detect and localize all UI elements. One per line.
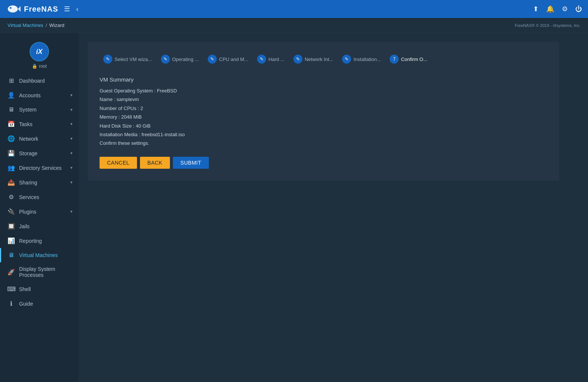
sidebar-item-shell[interactable]: ⌨ Shell — [0, 282, 79, 296]
sidebar-label-services: Services — [19, 194, 73, 200]
username: 🔒 root — [32, 64, 47, 69]
avatar: iX — [30, 42, 49, 61]
sidebar-item-system[interactable]: 🖥 System ▾ — [0, 103, 79, 117]
back-button[interactable]: BACK — [140, 157, 170, 169]
topbar-left: FreeNAS ☰ ‹ — [6, 1, 78, 16]
step-label-1: Select VM wiza... — [115, 56, 152, 62]
sidebar-label-network: Network — [19, 136, 67, 142]
sidebar-label-system: System — [19, 107, 67, 113]
settings-icon[interactable]: ⚙ — [562, 5, 568, 13]
arrow-icon: ▾ — [70, 165, 73, 170]
step-4[interactable]: ✎ Hard ... — [253, 52, 288, 66]
step-icon-2: ✎ — [161, 55, 170, 64]
step-7[interactable]: 7 Confirm O... — [386, 52, 431, 66]
sidebar-item-guide[interactable]: ℹ Guide — [0, 296, 79, 311]
step-icon-3: ✎ — [208, 55, 217, 64]
breadcrumb: Virtual Machines / Wizard — [7, 22, 64, 28]
sidebar-item-plugins[interactable]: 🔌 Plugins ▾ — [0, 204, 79, 219]
summary-row: Guest Operating System : FreeBSD — [100, 86, 547, 95]
directory-services-icon: 👥 — [7, 164, 15, 171]
tasks-icon: 📅 — [7, 120, 15, 128]
step-6[interactable]: ✎ Installation... — [338, 52, 384, 66]
sidebar-label-display-system-processes: Display System Processes — [19, 266, 73, 278]
summary-row: Confirm these settings. — [100, 139, 547, 147]
step-3[interactable]: ✎ CPU and M... — [204, 52, 252, 66]
sidebar-item-dashboard[interactable]: ⊞ Dashboard — [0, 73, 79, 88]
svg-point-0 — [8, 6, 18, 13]
step-1[interactable]: ✎ Select VM wiza... — [100, 52, 156, 66]
wizard-card: ✎ Select VM wiza... ✎ Operating ... ✎ CP… — [88, 42, 559, 181]
submit-button[interactable]: SUBMIT — [173, 157, 209, 169]
sidebar-label-plugins: Plugins — [19, 209, 67, 215]
sidebar: iX 🔒 root ⊞ Dashboard 👤 Accounts ▾ 🖥 Sys… — [0, 33, 79, 382]
sidebar-item-display-system-processes[interactable]: 🚀 Display System Processes — [0, 262, 79, 282]
breadcrumb-bar: Virtual Machines / Wizard FreeNAS® © 201… — [0, 18, 588, 33]
step-label-5: Network Int... — [305, 56, 333, 62]
step-icon-6: ✎ — [342, 55, 351, 64]
svg-point-2 — [10, 7, 12, 9]
sidebar-label-reporting: Reporting — [19, 238, 73, 244]
step-icon-4: ✎ — [257, 55, 266, 64]
sidebar-item-virtual-machines[interactable]: 🖥 Virtual Machines — [0, 248, 79, 262]
summary-row: Name : samplevm — [100, 95, 547, 104]
virtual-machines-icon: 🖥 — [7, 252, 15, 259]
sidebar-item-sharing[interactable]: 📤 Sharing ▾ — [0, 175, 79, 190]
cancel-button[interactable]: CANCEL — [100, 157, 137, 169]
breadcrumb-current: Wizard — [49, 22, 64, 28]
sidebar-item-tasks[interactable]: 📅 Tasks ▾ — [0, 117, 79, 131]
step-5[interactable]: ✎ Network Int... — [290, 52, 337, 66]
reporting-icon: 📊 — [7, 237, 15, 244]
step-label-7: Confirm O... — [401, 56, 427, 62]
sidebar-nav: ⊞ Dashboard 👤 Accounts ▾ 🖥 System ▾ 📅 Ta… — [0, 73, 79, 311]
sidebar-item-services[interactable]: ⚙ Services — [0, 190, 79, 204]
bell-icon[interactable]: 🔔 — [546, 5, 554, 13]
storage-icon: 💾 — [7, 150, 15, 157]
step-label-6: Installation... — [353, 56, 381, 62]
breadcrumb-parent[interactable]: Virtual Machines — [7, 22, 43, 28]
sidebar-item-accounts[interactable]: 👤 Accounts ▾ — [0, 88, 79, 103]
dashboard-icon: ⊞ — [7, 77, 15, 84]
logo-image — [6, 1, 21, 16]
system-icon: 🖥 — [7, 106, 15, 113]
arrow-icon: ▾ — [70, 136, 73, 141]
jails-icon: 🔲 — [7, 223, 15, 230]
sharing-icon: 📤 — [7, 179, 15, 186]
power-icon[interactable]: ⏻ — [575, 5, 582, 13]
sidebar-label-directory-services: Directory Services — [19, 165, 67, 171]
display-system-processes-icon: 🚀 — [7, 269, 15, 276]
summary-row: Memory : 2048 MiB — [100, 113, 547, 121]
vm-summary: VM Summary Guest Operating System : Free… — [100, 76, 547, 148]
arrow-icon: ▾ — [70, 180, 73, 185]
step-label-4: Hard ... — [268, 56, 284, 62]
arrow-icon: ▾ — [70, 151, 73, 156]
logo-text: FreeNAS — [24, 5, 58, 13]
topbar-icons: ⬆ 🔔 ⚙ ⏻ — [533, 5, 582, 13]
arrow-icon: ▾ — [70, 209, 73, 214]
sidebar-item-jails[interactable]: 🔲 Jails — [0, 219, 79, 233]
upload-icon[interactable]: ⬆ — [533, 5, 539, 13]
sidebar-label-storage: Storage — [19, 150, 67, 156]
sidebar-item-reporting[interactable]: 📊 Reporting — [0, 233, 79, 248]
copyright-text: FreeNAS® © 2019 - iXsystems, Inc. — [515, 23, 581, 28]
summary-row: Installation Media : freebsd11-install.i… — [100, 130, 547, 139]
hamburger-icon[interactable]: ☰ — [64, 5, 70, 13]
arrow-icon: ▾ — [70, 122, 73, 126]
sidebar-label-tasks: Tasks — [19, 121, 67, 127]
arrow-icon: ▾ — [70, 93, 73, 98]
step-label-2: Operating ... — [172, 56, 199, 62]
step-label-3: CPU and M... — [219, 56, 248, 62]
arrow-icon: ▾ — [70, 107, 73, 112]
sidebar-label-accounts: Accounts — [19, 92, 67, 98]
sidebar-label-shell: Shell — [19, 286, 73, 292]
step-2[interactable]: ✎ Operating ... — [157, 52, 203, 66]
sidebar-item-storage[interactable]: 💾 Storage ▾ — [0, 146, 79, 161]
sidebar-item-network[interactable]: 🌐 Network ▾ — [0, 131, 79, 146]
step-icon-1: ✎ — [103, 55, 112, 64]
stepper: ✎ Select VM wiza... ✎ Operating ... ✎ CP… — [100, 52, 547, 66]
sidebar-item-directory-services[interactable]: 👥 Directory Services ▾ — [0, 161, 79, 175]
breadcrumb-separator: / — [46, 22, 47, 28]
sidebar-label-sharing: Sharing — [19, 180, 67, 186]
username-text: root — [39, 64, 47, 69]
button-row: CANCEL BACK SUBMIT — [100, 157, 547, 169]
back-icon[interactable]: ‹ — [76, 5, 78, 13]
